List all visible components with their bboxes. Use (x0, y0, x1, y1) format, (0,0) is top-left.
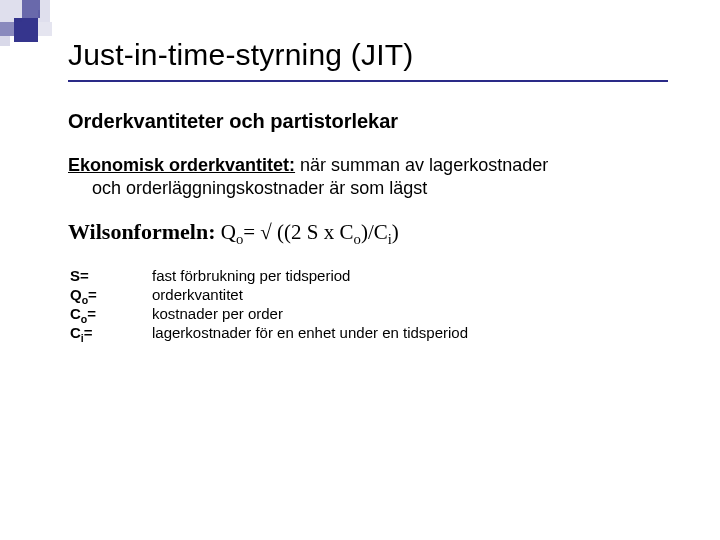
wilson-heading: Wilsonformeln: (68, 219, 215, 244)
slide-subtitle: Orderkvantiteter och partistorlekar (68, 110, 680, 133)
def-ci-symbol: Ci= (70, 324, 122, 341)
wilson-formula: Wilsonformeln: Qo= √ ((2 S x Co)/Ci) (68, 219, 680, 245)
def-ci-desc: lagerkostnader för en enhet under en tid… (152, 324, 680, 341)
definitions-list: S= fast förbrukning per tidsperiod Qo= o… (70, 267, 680, 341)
def-s-desc: fast förbrukning per tidsperiod (152, 267, 680, 284)
eoq-heading: Ekonomisk orderkvantitet: (68, 155, 295, 175)
corner-decoration (0, 0, 70, 50)
def-qo-desc: orderkvantitet (152, 286, 680, 303)
def-co-symbol: Co= (70, 305, 122, 322)
slide-body: Just-in-time-styrning (JIT) Orderkvantit… (0, 0, 720, 361)
def-co-desc: kostnader per order (152, 305, 680, 322)
wilson-expression: Qo= √ ((2 S x Co)/Ci) (215, 220, 398, 244)
eoq-tail: när summan av lagerkostnader (295, 155, 548, 175)
slide-title: Just-in-time-styrning (JIT) (68, 38, 680, 72)
def-qo-symbol: Qo= (70, 286, 122, 303)
eoq-continuation: och orderläggningskostnader är som lägst (92, 178, 680, 199)
title-underline (68, 80, 668, 82)
def-s-symbol: S= (70, 267, 122, 284)
eoq-line: Ekonomisk orderkvantitet: när summan av … (68, 155, 680, 176)
